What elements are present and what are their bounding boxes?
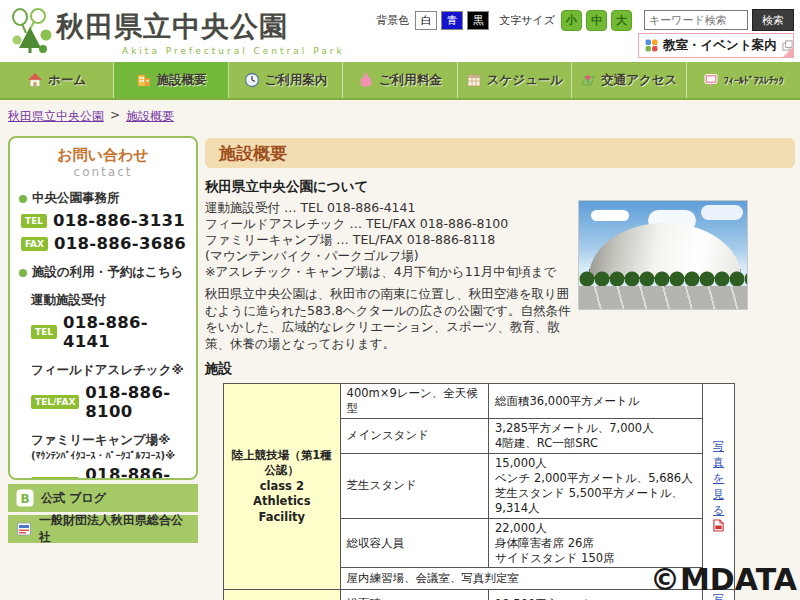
- accessibility-controls: 背景色 白 青 黒 文字サイズ 小 中 大 検索: [370, 9, 794, 31]
- table-row-label: メインスタンド: [340, 419, 488, 454]
- park-logo-icon: [10, 7, 54, 55]
- pink-corner-decoration: [783, 47, 793, 57]
- signboard-icon: [703, 72, 719, 88]
- breadcrumb-home-link[interactable]: 秋田県立中央公園: [8, 108, 104, 125]
- facility-name-cell: 補助陸上競技場（第3種公認）: [224, 590, 341, 600]
- table-row-label: 400m×9レーン、全天候型: [340, 384, 488, 419]
- telfax-badge: TEL/FAX: [31, 477, 79, 480]
- nav-usage-fees[interactable]: ご利用料金: [343, 62, 457, 98]
- page: 秋田県立中央公園 Akita Prefectural Central Park …: [0, 0, 800, 600]
- event-dots-icon: [645, 39, 658, 52]
- office-fax-row: FAX 018-886-3686: [21, 234, 187, 253]
- bg-black-button[interactable]: 黒: [467, 11, 489, 30]
- about-heading: 秋田県立中央公園について: [205, 178, 795, 196]
- font-size-label: 文字サイズ: [499, 13, 555, 28]
- event-link-label: 教室・イベント案内: [663, 37, 777, 54]
- event-info-link[interactable]: 教室・イベント案内: [638, 33, 794, 58]
- nav-access[interactable]: 交通アクセス: [572, 62, 686, 98]
- tel-badge: TEL: [21, 214, 47, 228]
- breadcrumb-separator: >: [110, 108, 120, 125]
- font-large-button[interactable]: 大: [611, 10, 632, 31]
- sports-reception-label: 運動施設受付: [31, 292, 187, 309]
- contact-sidebar: お問い合わせ contact 中央公園事務所 TEL 018-886-3131 …: [8, 136, 198, 480]
- photo-clouds: [591, 210, 629, 221]
- main-content: 施設概要 秋田県立中央公園について 運動施設受付 … TEL 018-886-4…: [205, 138, 795, 600]
- park-dome-photo: [578, 200, 748, 310]
- svg-text:B: B: [20, 492, 29, 506]
- fax-badge: FAX: [21, 237, 48, 251]
- office-fax-number: 018-886-3686: [54, 234, 186, 253]
- money-pouch-icon: [358, 72, 374, 88]
- site-subtitle: Akita Prefectural Central Park: [122, 46, 345, 56]
- view-photo-link[interactable]: 写真を見る: [713, 440, 724, 516]
- font-medium-button[interactable]: 中: [586, 10, 607, 31]
- tel-badge: TEL: [31, 325, 57, 339]
- page-title: 施設概要: [205, 138, 795, 168]
- page-title-bar: 施設概要: [205, 138, 795, 168]
- camp-label: ファミリーキャンプ場※: [31, 432, 187, 449]
- nav-schedule[interactable]: スケジュール: [458, 62, 572, 98]
- home-icon: [27, 72, 43, 88]
- office-tel-number: 018-886-3131: [53, 211, 185, 230]
- nav-home[interactable]: ホーム: [0, 62, 114, 98]
- akita-foundation-link[interactable]: 一般財団法人秋田県総合公社: [8, 515, 198, 543]
- table-row-label: 総収容人員: [340, 518, 488, 568]
- nav-usage-guide[interactable]: ご利用案内: [229, 62, 343, 98]
- park-description: 秋田県立中央公園は、秋田市の南東に位置し、秋田空港を取り囲むように造られた583…: [205, 286, 579, 352]
- breadcrumb-current-link[interactable]: 施設概要: [126, 108, 174, 125]
- clock-icon: [244, 72, 260, 88]
- nav-field-athletic[interactable]: ﾌｨｰﾙﾄﾞｱｽﾚﾁｯｸ: [687, 62, 800, 98]
- breadcrumb: 秋田県立中央公園 > 施設概要: [8, 108, 174, 125]
- camp-tel-number: 018-886-8118: [85, 465, 187, 480]
- photo-link-cell: 写真を見る: [703, 384, 735, 590]
- search-button[interactable]: 検索: [752, 9, 794, 31]
- telfax-badge: TEL/FAX: [31, 395, 79, 409]
- calendar-icon: [466, 72, 482, 88]
- camp-tel-row: TEL/FAX 018-886-8118: [31, 465, 187, 480]
- office-tel-row: TEL 018-886-3131: [21, 211, 187, 230]
- facilities-heading: 施設: [205, 360, 795, 378]
- photo-dome-roof: [589, 223, 741, 277]
- search-input[interactable]: [644, 10, 748, 30]
- pdf-icon: [713, 519, 724, 532]
- building-icon: [136, 72, 152, 88]
- bullet-icon: [19, 195, 27, 203]
- sports-tel-row: TEL 018-886-4141: [31, 313, 187, 351]
- athletic-tel-row: TEL/FAX 018-886-8100: [31, 383, 187, 421]
- site-header: 秋田県立中央公園 Akita Prefectural Central Park …: [0, 0, 800, 62]
- bg-color-label: 背景色: [376, 13, 409, 28]
- site-title: 秋田県立中央公園: [56, 8, 288, 46]
- table-row-value: 22,000人 身体障害者席 26席 サイドスタンド 150席: [489, 518, 703, 568]
- contact-subtitle: contact: [19, 165, 187, 179]
- camp-sublabel: (ﾏｳﾝﾃﾝﾊﾞｲｸｺｰｽ・ﾊﾟｰｸｺﾞﾙﾌｺｰｽ)※: [31, 450, 187, 461]
- bg-white-button[interactable]: 白: [415, 11, 437, 30]
- official-blog-link[interactable]: B 公式 ブログ: [8, 484, 198, 512]
- photo-parking-lines: [579, 286, 747, 309]
- main-nav: ホーム 施設概要 ご利用案内: [0, 62, 800, 100]
- org-flag-icon: [16, 521, 32, 537]
- office-label-row: 中央公園事務所: [19, 190, 187, 207]
- table-row-label: 芝生スタンド: [340, 453, 488, 518]
- blog-b-icon: B: [16, 489, 34, 507]
- font-small-button[interactable]: 小: [561, 10, 582, 31]
- table-row-label: 屋内練習場、会議室、写真判定室: [340, 568, 703, 590]
- contact-title: お問い合わせ: [19, 146, 187, 165]
- table-row-value: 総面積36,000平方メートル: [489, 384, 703, 419]
- watermark: ©MDATA: [650, 562, 797, 597]
- photo-trees: [579, 270, 747, 287]
- map-pin-icon: [580, 72, 596, 88]
- sports-tel-number: 018-886-4141: [63, 313, 187, 351]
- nav-facility-overview[interactable]: 施設概要: [114, 62, 228, 98]
- bullet-icon: [19, 269, 27, 277]
- reserve-label-row: 施設の利用・予約はこちら: [19, 264, 187, 281]
- table-row-label: 総面積: [340, 590, 488, 600]
- table-row-value: 3,285平方メートル、7,000人 4階建、RC一部SRC: [489, 419, 703, 454]
- facility-name-cell: 陸上競技場（第1種公認） class 2 Athletics Facility: [224, 384, 341, 590]
- bg-blue-button[interactable]: 青: [441, 11, 463, 30]
- athletic-label: フィールドアスレチック※: [31, 362, 187, 379]
- athletic-tel-number: 018-886-8100: [85, 383, 187, 421]
- table-row-value: 15,000人 ベンチ 2,000平方メートル、5,686人 芝生スタンド 5,…: [489, 453, 703, 518]
